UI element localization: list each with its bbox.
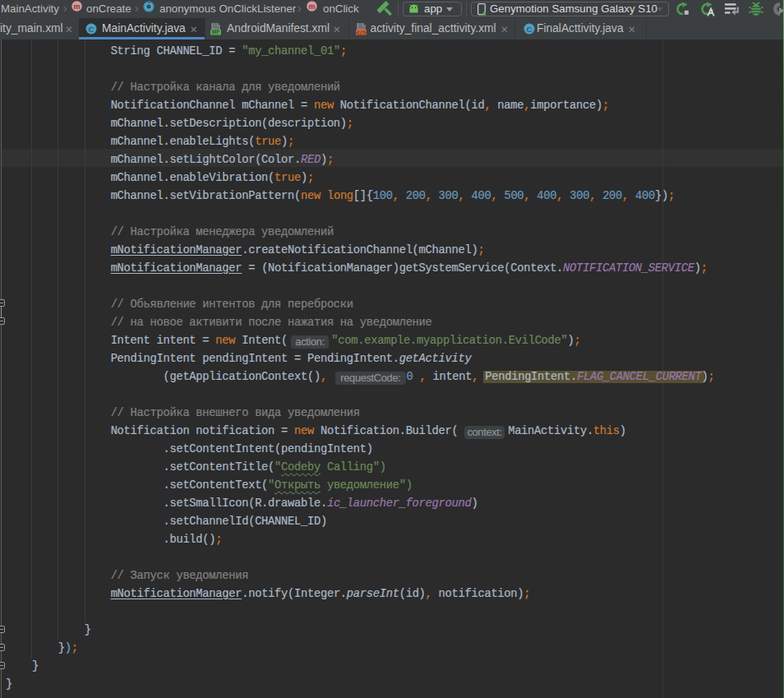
svg-text:MF: MF <box>212 29 219 35</box>
svg-text:C: C <box>527 25 533 34</box>
svg-text:C: C <box>89 25 95 34</box>
svg-text:m: m <box>308 2 315 11</box>
svg-text:m: m <box>73 2 80 11</box>
svg-text:</>: </> <box>356 30 367 35</box>
